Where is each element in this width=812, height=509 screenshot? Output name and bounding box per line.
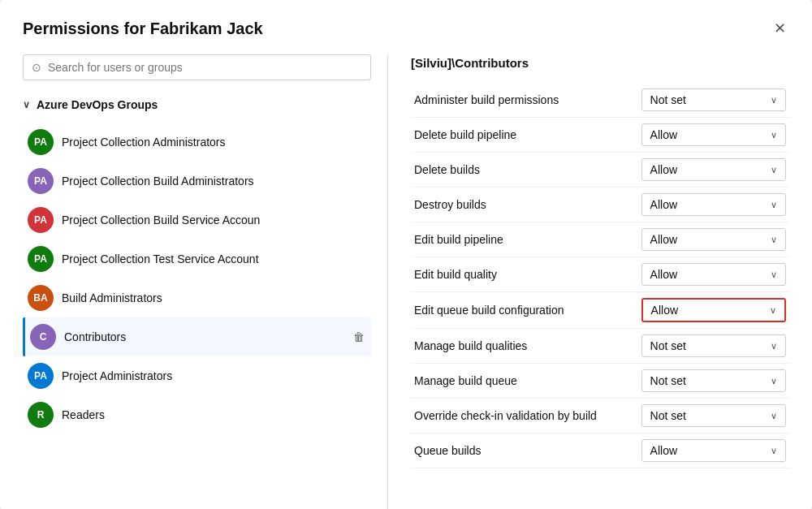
chevron-down-icon: ∨ (771, 165, 777, 175)
chevron-down-icon: ∨ (771, 95, 777, 106)
chevron-down-icon: ∨ (771, 411, 777, 421)
permission-row: Administer build permissionsNot set∨ (411, 83, 789, 118)
avatar: PA (28, 246, 54, 272)
permission-value-cell: Not set∨ (638, 329, 789, 364)
avatar: C (30, 324, 56, 350)
group-list: PAProject Collection AdministratorsPAPro… (23, 123, 371, 434)
permission-row: Destroy buildsAllow∨ (411, 188, 789, 222)
delete-icon[interactable]: 🗑 (353, 330, 365, 343)
group-section-label: Azure DevOps Groups (37, 98, 158, 111)
search-icon: ⊙ (32, 61, 41, 74)
modal-header: Permissions for Fabrikam Jack ✕ (23, 19, 789, 38)
group-item[interactable]: BABuild Administrators (23, 278, 371, 317)
group-item[interactable]: PAProject Collection Build Service Accou… (23, 201, 371, 239)
group-item[interactable]: RReaders (23, 395, 371, 434)
chevron-down-icon: ∨ (771, 376, 777, 386)
chevron-down-icon: ∨ (23, 99, 30, 110)
permission-select-value: Allow (650, 128, 677, 141)
chevron-down-icon: ∨ (771, 446, 777, 456)
permission-select[interactable]: Allow∨ (641, 123, 786, 146)
avatar: PA (28, 207, 54, 233)
chevron-down-icon: ∨ (770, 305, 776, 316)
avatar: BA (28, 285, 54, 311)
permission-select[interactable]: Allow∨ (641, 228, 786, 251)
chevron-down-icon: ∨ (771, 200, 777, 210)
permission-select-value: Allow (650, 233, 677, 246)
permission-select-value: Allow (650, 198, 677, 211)
group-item[interactable]: PAProject Administrators (23, 356, 371, 395)
permission-select-value: Allow (650, 163, 677, 176)
permission-row: Manage build qualitiesNot set∨ (411, 329, 789, 364)
permission-select-value: Allow (650, 268, 677, 281)
group-name: Project Collection Build Service Accoun (62, 214, 366, 226)
group-section-header[interactable]: ∨ Azure DevOps Groups (23, 95, 371, 114)
permission-select[interactable]: Allow∨ (641, 263, 786, 286)
left-panel: ⊙ ∨ Azure DevOps Groups PAProject Collec… (23, 54, 388, 509)
permission-select[interactable]: Allow∨ (641, 158, 786, 181)
permission-row: Edit queue build configurationAllow∨ (411, 292, 789, 329)
avatar: PA (28, 129, 54, 155)
permission-value-cell: Allow∨ (638, 188, 789, 222)
modal-body: ⊙ ∨ Azure DevOps Groups PAProject Collec… (23, 54, 789, 509)
permissions-modal: Permissions for Fabrikam Jack ✕ ⊙ ∨ Azur… (0, 0, 812, 509)
chevron-down-icon: ∨ (771, 235, 777, 245)
permission-row: Override check-in validation by buildNot… (411, 399, 789, 434)
group-name: Build Administrators (62, 291, 366, 304)
permission-select[interactable]: Allow∨ (641, 439, 786, 462)
group-name: Project Collection Test Service Account (62, 252, 366, 265)
permission-select-value: Not set (650, 339, 686, 352)
permission-select[interactable]: Not set∨ (641, 369, 786, 392)
avatar: R (28, 402, 54, 428)
permission-name: Manage build qualities (411, 329, 638, 364)
selected-group-title: [Silviu]\Contributors (411, 54, 789, 70)
permission-name: Edit queue build configuration (411, 292, 638, 329)
close-button[interactable]: ✕ (771, 19, 789, 37)
permission-row: Manage build queueNot set∨ (411, 364, 789, 399)
permission-row: Edit build qualityAllow∨ (411, 257, 789, 292)
permission-select[interactable]: Allow∨ (641, 193, 786, 216)
right-panel: [Silviu]\Contributors Administer build p… (388, 54, 789, 509)
permission-value-cell: Allow∨ (638, 434, 789, 468)
permission-name: Edit build pipeline (411, 222, 638, 257)
permission-name: Queue builds (411, 434, 638, 468)
permission-value-cell: Allow∨ (638, 257, 789, 292)
group-item[interactable]: PAProject Collection Administrators (23, 123, 371, 162)
group-item[interactable]: PAProject Collection Test Service Accoun… (23, 239, 371, 278)
permission-name: Edit build quality (411, 257, 638, 292)
permission-select-value: Allow (651, 304, 678, 317)
permission-value-cell: Not set∨ (638, 399, 789, 434)
permission-value-cell: Allow∨ (638, 292, 789, 329)
avatar: PA (28, 363, 54, 389)
search-input[interactable] (48, 61, 362, 74)
group-name: Contributors (64, 330, 366, 343)
permission-name: Destroy builds (411, 188, 638, 222)
search-box[interactable]: ⊙ (23, 54, 371, 80)
group-item[interactable]: PAProject Collection Build Administrator… (23, 162, 371, 201)
permission-value-cell: Not set∨ (638, 83, 789, 118)
permission-select[interactable]: Not set∨ (641, 404, 786, 427)
group-name: Project Collection Build Administrators (62, 175, 366, 188)
permission-row: Queue buildsAllow∨ (411, 434, 789, 468)
chevron-down-icon: ∨ (771, 270, 777, 280)
permission-name: Manage build queue (411, 364, 638, 399)
permission-row: Delete buildsAllow∨ (411, 153, 789, 188)
permission-name: Delete build pipeline (411, 118, 638, 153)
permission-row: Delete build pipelineAllow∨ (411, 118, 789, 153)
group-item[interactable]: CContributors🗑 (23, 317, 371, 356)
permissions-table: Administer build permissionsNot set∨Dele… (411, 83, 789, 468)
group-name: Project Administrators (62, 369, 366, 382)
permission-select-value: Not set (650, 409, 686, 422)
chevron-down-icon: ∨ (771, 130, 777, 140)
permission-select[interactable]: Allow∨ (641, 298, 786, 322)
modal-title: Permissions for Fabrikam Jack (23, 19, 263, 38)
permission-select-value: Not set (650, 93, 686, 106)
permission-name: Delete builds (411, 153, 638, 188)
permission-select[interactable]: Not set∨ (641, 334, 786, 357)
avatar: PA (28, 168, 54, 194)
permission-value-cell: Not set∨ (638, 364, 789, 399)
permission-select[interactable]: Not set∨ (641, 88, 786, 111)
permission-value-cell: Allow∨ (638, 222, 789, 257)
permission-name: Override check-in validation by build (411, 399, 638, 434)
permission-name: Administer build permissions (411, 83, 638, 118)
permission-select-value: Not set (650, 374, 686, 387)
